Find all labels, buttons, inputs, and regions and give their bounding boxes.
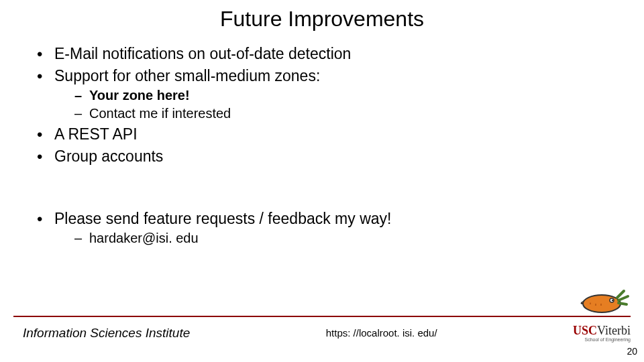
footer-row: Information Sciences Institute https: //…: [0, 324, 644, 342]
bullet-item: Please send feature requests / feedback …: [37, 210, 617, 246]
spacer: [37, 170, 617, 210]
bullet-text: Please send feature requests / feedback …: [54, 210, 391, 227]
sub-bullet-list: Your zone here! Contact me if interested: [74, 88, 617, 121]
bullet-item: E-Mail notifications on out-of-date dete…: [37, 45, 617, 63]
logo-text: USCViterbi School of Engineering: [573, 324, 631, 342]
sub-bullet-item: hardaker@isi. edu: [74, 231, 617, 246]
footer: Information Sciences Institute https: //…: [0, 316, 644, 342]
divider: [13, 316, 631, 317]
slide: Future Improvements E-Mail notifications…: [0, 0, 644, 362]
slide-title: Future Improvements: [0, 0, 644, 32]
svg-point-2: [612, 300, 614, 302]
bullet-text: Support for other small-medium zones:: [54, 67, 320, 84]
carrot-icon: [578, 286, 632, 318]
slide-body: E-Mail notifications on out-of-date dete…: [0, 32, 644, 246]
bullet-item: Group accounts: [37, 147, 617, 166]
footer-url: https: //localroot. isi. edu/: [326, 327, 437, 339]
logo-viterbi: Viterbi: [597, 324, 631, 337]
institute-label: Information Sciences Institute: [13, 326, 190, 341]
sub-bullet-list: hardaker@isi. edu: [74, 231, 617, 246]
bullet-item: A REST API: [37, 125, 617, 143]
page-number: 20: [627, 346, 637, 357]
logo-usc: USC: [573, 324, 597, 337]
usc-logo: USCViterbi School of Engineering: [573, 324, 631, 342]
sub-bullet-item: Contact me if interested: [74, 106, 617, 121]
bullet-list: E-Mail notifications on out-of-date dete…: [37, 45, 617, 166]
svg-point-0: [583, 295, 621, 312]
bullet-item: Support for other small-medium zones: Yo…: [37, 67, 617, 121]
bullet-list-2: Please send feature requests / feedback …: [37, 210, 617, 246]
logo-sub: School of Engineering: [573, 337, 631, 342]
sub-bullet-item: Your zone here!: [74, 88, 617, 103]
